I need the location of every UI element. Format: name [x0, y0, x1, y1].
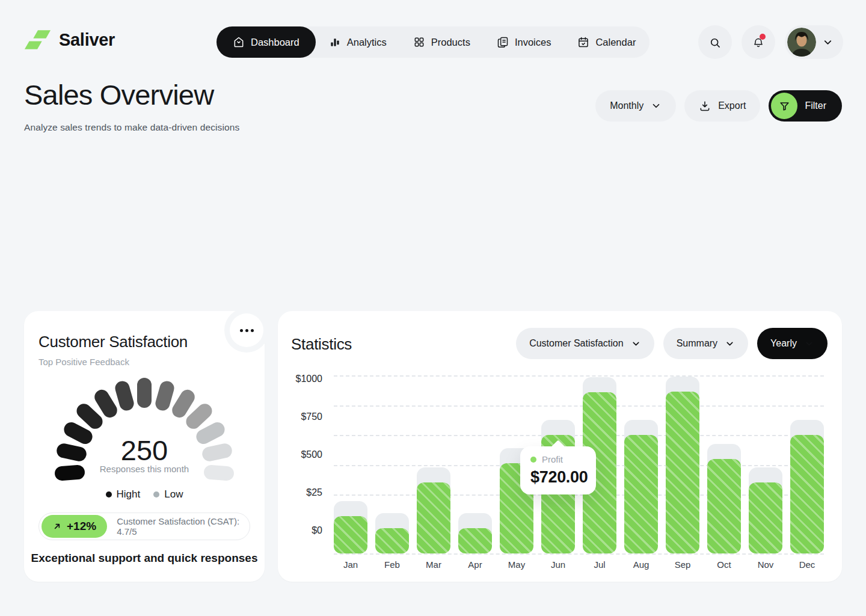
nav-item-label: Dashboard	[251, 37, 299, 48]
page-controls: Monthly Export Filter	[595, 90, 842, 122]
bar-aug[interactable]	[624, 435, 658, 553]
bar-sep[interactable]	[666, 392, 699, 553]
bar-group-sep	[666, 377, 699, 553]
topbar-actions	[698, 25, 843, 59]
tooltip-value: $720.00	[530, 468, 596, 487]
x-axis-tick: Dec	[790, 559, 824, 570]
x-axis-tick: Aug	[624, 559, 658, 570]
stats-filter-label: Yearly	[770, 338, 797, 349]
main-nav: DashboardAnalyticsProductsInvoicesCalend…	[216, 26, 650, 58]
funnel-icon	[771, 93, 797, 119]
chart-tooltip: Profit$720.00	[520, 446, 596, 494]
grid-icon	[413, 36, 425, 48]
dot	[245, 329, 248, 332]
stats-filter-label: Summary	[677, 338, 717, 349]
chevron-down-icon	[631, 339, 641, 349]
period-dropdown[interactable]: Monthly	[595, 90, 676, 122]
search-icon	[709, 36, 721, 48]
x-axis-tick: Jun	[541, 559, 575, 570]
analytics-icon	[329, 36, 341, 48]
x-axis-tick: Nov	[749, 559, 782, 570]
dot	[251, 329, 254, 332]
nav-item-calendar[interactable]: Calendar	[564, 26, 649, 58]
chevron-down-icon	[804, 339, 814, 349]
notifications-button[interactable]	[742, 25, 775, 59]
nav-item-dashboard[interactable]: Dashboard	[216, 26, 316, 58]
bar-nov[interactable]	[749, 482, 782, 553]
x-axis-tick: Apr	[458, 559, 492, 570]
y-axis-tick: $25	[278, 487, 322, 498]
stats-filter-yearly[interactable]: Yearly	[757, 328, 828, 359]
nav-item-label: Products	[431, 37, 470, 48]
saliver-logo-icon	[24, 30, 52, 50]
calendar-icon	[577, 36, 589, 48]
page-title: Sales Overview	[24, 78, 213, 111]
more-menu-button[interactable]	[230, 313, 263, 347]
export-button[interactable]: Export	[684, 90, 760, 122]
page-subtitle: Analyze sales trends to make data-driven…	[24, 122, 239, 133]
chevron-down-icon	[822, 37, 834, 48]
bar-group-jan	[334, 501, 367, 553]
bar-apr[interactable]	[458, 528, 492, 553]
trend-badge-value: +12%	[67, 520, 96, 533]
x-axis-tick: Sep	[666, 559, 699, 570]
tooltip-series-label: Profit	[542, 454, 563, 464]
y-axis-tick: $1000	[278, 374, 322, 384]
bar-mar[interactable]	[417, 482, 450, 553]
trend-badge: +12%	[41, 515, 107, 538]
gauge-segment	[137, 378, 152, 408]
nav-item-label: Calendar	[595, 37, 636, 48]
filter-button-label: Filter	[805, 100, 826, 111]
period-dropdown-label: Monthly	[610, 100, 643, 111]
x-axis-tick: Mar	[417, 559, 450, 570]
csat-summary-pill: +12% Customer Satisfaction (CSAT): 4.7/5	[38, 513, 250, 540]
nav-item-invoices[interactable]: Invoices	[484, 26, 565, 58]
download-icon	[699, 100, 711, 112]
x-axis-tick: Feb	[375, 559, 409, 570]
profile-menu-button[interactable]	[785, 25, 843, 59]
gridline	[334, 405, 824, 407]
satisfaction-footnote: Exceptional support and quick responses	[24, 552, 265, 565]
stats-filter-label: Customer Satisfaction	[529, 338, 624, 349]
avatar	[787, 28, 816, 57]
bar-oct[interactable]	[707, 459, 741, 553]
bar-chart: JanFebMarAprMayJunJulAugSepOctNovDecProf…	[334, 375, 824, 553]
tooltip-series-dot-icon	[530, 457, 536, 463]
search-button[interactable]	[698, 25, 732, 59]
bar-group-nov	[749, 467, 782, 553]
responses-caption: Responses this month	[24, 464, 265, 474]
customer-satisfaction-card: Customer Satisfaction Top Positive Feedb…	[24, 311, 265, 582]
statistics-card-title: Statistics	[291, 335, 352, 354]
responses-value: 250	[24, 434, 265, 467]
legend-label: Hight	[117, 488, 141, 500]
notification-dot	[760, 34, 766, 40]
nav-item-analytics[interactable]: Analytics	[316, 26, 400, 58]
chevron-down-icon	[651, 100, 662, 111]
bar-group-mar	[417, 467, 450, 553]
nav-item-products[interactable]: Products	[400, 26, 484, 58]
nav-item-label: Invoices	[515, 37, 551, 48]
satisfaction-card-subtitle: Top Positive Feedback	[38, 357, 129, 367]
export-button-label: Export	[718, 100, 746, 111]
bar-jan[interactable]	[334, 516, 367, 553]
trend-up-icon	[52, 522, 62, 531]
bar-feb[interactable]	[375, 528, 409, 553]
x-axis-tick: Oct	[707, 559, 741, 570]
legend-item-hight: Hight	[106, 488, 141, 500]
bar-group-apr	[458, 513, 492, 553]
stats-filter-customer-satisfaction[interactable]: Customer Satisfaction	[516, 328, 654, 359]
y-axis-tick: $750	[278, 411, 322, 422]
x-axis-tick: May	[500, 559, 533, 570]
bar-group-oct	[707, 444, 741, 553]
x-axis-line	[334, 553, 824, 555]
bar-dec[interactable]	[790, 435, 824, 553]
dot	[240, 329, 243, 332]
stats-filter-summary[interactable]: Summary	[663, 328, 748, 359]
y-axis-tick: $500	[278, 449, 322, 460]
gridline	[334, 375, 824, 377]
csat-text: Customer Satisfaction (CSAT): 4.7/5	[117, 516, 247, 537]
home-icon	[233, 36, 245, 48]
legend-dot-icon	[106, 491, 112, 497]
legend-item-low: Low	[153, 488, 183, 500]
filter-button[interactable]: Filter	[769, 90, 842, 122]
